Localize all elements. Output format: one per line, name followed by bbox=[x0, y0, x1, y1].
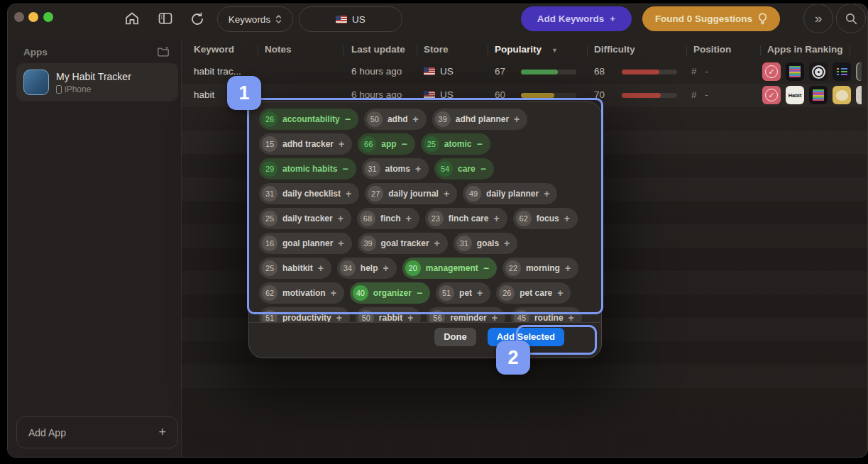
keyword-chip[interactable]: 51 productivity + bbox=[259, 307, 350, 322]
chip-toggle-icon[interactable]: + bbox=[406, 213, 412, 224]
keyword-chip[interactable]: 27 daily journal + bbox=[365, 183, 457, 204]
keyword-chip[interactable]: 56 reminder + bbox=[427, 307, 505, 322]
sidebar-item-my-habit-tracker[interactable]: My Habit Tracker iPhone bbox=[16, 63, 178, 101]
ranking-app-icon-habit: Habit bbox=[786, 86, 804, 104]
chip-count-badge: 34 bbox=[340, 260, 356, 276]
keyword-chip[interactable]: 62 focus + bbox=[513, 208, 578, 229]
keyword-chip[interactable]: 26 accountability − bbox=[259, 109, 358, 130]
table-row[interactable]: habit trac... 6 hours ago US 67 68 # - bbox=[182, 60, 867, 84]
ranking-app-icon-blob bbox=[833, 86, 851, 104]
country-selector[interactable]: US bbox=[299, 6, 402, 32]
sidebar-apps-header: Apps bbox=[23, 47, 48, 57]
column-header-apps-in-ranking[interactable]: Apps in Ranking bbox=[767, 44, 843, 55]
keyword-chip[interactable]: 40 organizer − bbox=[350, 282, 430, 304]
chip-toggle-icon[interactable]: + bbox=[557, 287, 563, 299]
keyword-chip[interactable]: 50 rabbit + bbox=[356, 307, 422, 322]
column-divider bbox=[488, 45, 488, 55]
ranking-app-icon-pixel bbox=[786, 62, 804, 81]
keyword-chip[interactable]: 68 finch + bbox=[357, 208, 419, 229]
toggle-sidebar-icon[interactable] bbox=[157, 10, 174, 27]
keyword-chip[interactable]: 50 adhd + bbox=[364, 109, 427, 130]
search-button[interactable] bbox=[836, 4, 866, 33]
maximize-window-button[interactable] bbox=[43, 12, 53, 22]
chip-count-badge: 49 bbox=[466, 186, 481, 201]
ranking-app-icon-partial-light bbox=[856, 86, 862, 104]
add-keywords-button[interactable]: Add Keywords + bbox=[521, 6, 632, 31]
keyword-chip[interactable]: 25 atomic − bbox=[421, 133, 490, 155]
chip-toggle-icon[interactable]: + bbox=[318, 263, 324, 274]
column-header-popularity[interactable]: Popularity▼ bbox=[495, 44, 558, 55]
chip-toggle-icon[interactable]: + bbox=[568, 312, 574, 322]
keyword-chip[interactable]: 25 habitkit + bbox=[259, 258, 331, 279]
chip-label: pet bbox=[459, 288, 472, 298]
chip-toggle-icon[interactable]: + bbox=[339, 138, 344, 150]
close-window-button[interactable] bbox=[14, 12, 24, 22]
chip-toggle-icon[interactable]: + bbox=[331, 287, 336, 299]
chip-toggle-icon[interactable]: − bbox=[402, 138, 407, 150]
chip-toggle-icon[interactable]: + bbox=[415, 163, 421, 175]
chip-toggle-icon[interactable]: − bbox=[480, 163, 486, 175]
chip-count-badge: 51 bbox=[262, 310, 278, 322]
keyword-chip[interactable]: 45 routine + bbox=[511, 307, 582, 322]
keyword-chip[interactable]: 16 goal planner + bbox=[259, 233, 352, 254]
chip-toggle-icon[interactable]: + bbox=[544, 188, 549, 199]
chip-toggle-icon[interactable]: + bbox=[493, 213, 499, 224]
chip-toggle-icon[interactable]: + bbox=[407, 312, 413, 322]
column-header-store[interactable]: Store bbox=[424, 44, 449, 55]
keyword-chip[interactable]: 66 app − bbox=[358, 133, 415, 155]
keyword-chip[interactable]: 31 goals + bbox=[454, 233, 518, 254]
chip-count-badge: 40 bbox=[353, 285, 368, 301]
keyword-chip[interactable]: 31 daily checklist + bbox=[259, 183, 359, 204]
column-header-last-update[interactable]: Last update bbox=[351, 44, 405, 55]
keyword-chip[interactable]: 26 pet care + bbox=[496, 282, 571, 304]
keyword-chip[interactable]: 54 care − bbox=[434, 158, 494, 179]
keyword-chip[interactable]: 22 morning + bbox=[502, 258, 578, 279]
done-button[interactable]: Done bbox=[434, 328, 476, 346]
keyword-chip[interactable]: 39 goal tracker + bbox=[358, 233, 448, 254]
chip-toggle-icon[interactable]: + bbox=[346, 188, 351, 199]
chip-toggle-icon[interactable]: + bbox=[564, 213, 570, 224]
add-app-button[interactable]: Add App + bbox=[16, 416, 178, 448]
keyword-chip[interactable]: 39 adhd planner + bbox=[432, 109, 528, 130]
found-suggestions-button[interactable]: Found 0 Suggestions bbox=[642, 6, 780, 31]
keyword-chip[interactable]: 23 finch care + bbox=[425, 208, 507, 229]
chip-toggle-icon[interactable]: − bbox=[417, 287, 422, 299]
column-divider bbox=[258, 45, 258, 55]
keyword-chip[interactable]: 20 management − bbox=[402, 258, 497, 279]
keyword-chip[interactable]: 25 daily tracker + bbox=[259, 208, 351, 229]
keywords-dropdown[interactable]: Keywords bbox=[217, 6, 293, 32]
chip-toggle-icon[interactable]: + bbox=[413, 114, 419, 125]
chip-toggle-icon[interactable]: + bbox=[492, 312, 498, 322]
chip-toggle-icon[interactable]: + bbox=[434, 238, 440, 249]
chip-toggle-icon[interactable]: + bbox=[338, 238, 344, 249]
column-header-notes[interactable]: Notes bbox=[265, 44, 292, 55]
chip-toggle-icon[interactable]: + bbox=[477, 287, 483, 299]
column-header-difficulty[interactable]: Difficulty bbox=[594, 44, 635, 55]
keyword-chip[interactable]: 31 atoms + bbox=[362, 158, 429, 179]
keyword-chip[interactable]: 62 motivation + bbox=[259, 282, 344, 304]
chip-toggle-icon[interactable]: + bbox=[383, 263, 389, 274]
refresh-icon[interactable] bbox=[189, 11, 206, 28]
chip-toggle-icon[interactable]: − bbox=[342, 163, 348, 175]
expand-panel-button[interactable]: » bbox=[803, 4, 833, 33]
chip-toggle-icon[interactable]: − bbox=[345, 114, 351, 125]
minimize-window-button[interactable] bbox=[28, 12, 38, 22]
chip-toggle-icon[interactable]: + bbox=[514, 114, 520, 125]
keyword-chip[interactable]: 34 help + bbox=[337, 258, 397, 279]
column-header-position[interactable]: Position bbox=[693, 44, 731, 55]
keyword-chip[interactable]: 49 daily planner + bbox=[463, 183, 557, 204]
chip-toggle-icon[interactable]: + bbox=[565, 263, 571, 274]
chip-toggle-icon[interactable]: + bbox=[338, 213, 344, 224]
popularity-bar-fill bbox=[521, 70, 558, 74]
new-folder-icon[interactable] bbox=[157, 45, 170, 58]
home-icon[interactable] bbox=[123, 10, 141, 27]
chip-toggle-icon[interactable]: − bbox=[483, 263, 489, 274]
column-header-keyword[interactable]: Keyword bbox=[194, 44, 234, 55]
chip-toggle-icon[interactable]: + bbox=[504, 238, 510, 249]
keyword-chip[interactable]: 29 atomic habits − bbox=[259, 158, 356, 179]
chip-toggle-icon[interactable]: + bbox=[444, 188, 449, 199]
keyword-chip[interactable]: 51 pet + bbox=[436, 282, 490, 304]
chip-toggle-icon[interactable]: − bbox=[476, 138, 482, 150]
chip-toggle-icon[interactable]: + bbox=[336, 312, 342, 322]
keyword-chip[interactable]: 15 adhd tracker + bbox=[259, 133, 352, 155]
